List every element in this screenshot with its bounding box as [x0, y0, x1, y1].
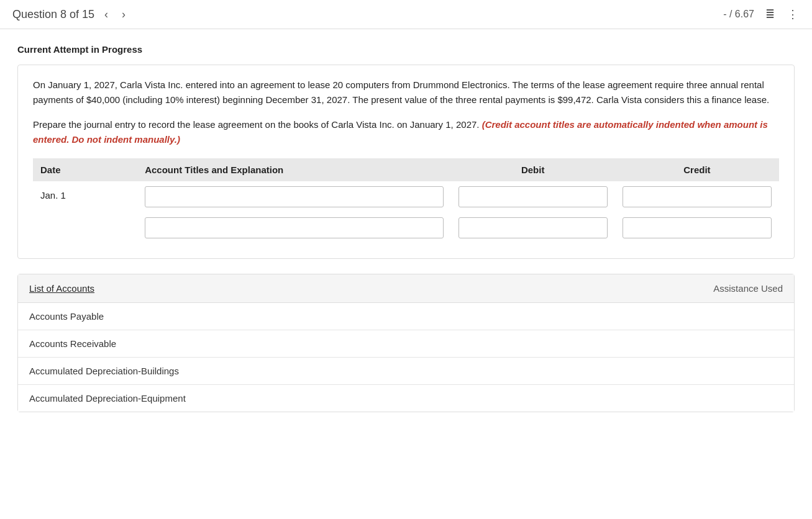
row2-account-cell [137, 212, 450, 243]
list-item[interactable]: Accumulated Depreciation-Buildings [18, 358, 794, 385]
list-item[interactable]: Accumulated Depreciation-Equipment [18, 385, 794, 412]
list-item[interactable]: Accounts Receivable [18, 330, 794, 358]
accounts-section: List of Accounts Assistance Used Account… [17, 274, 795, 412]
row2-debit-cell [451, 212, 615, 243]
row2-date [33, 212, 137, 243]
col-header-debit: Debit [451, 158, 615, 181]
main-content: Current Attempt in Progress On January 1… [0, 29, 812, 427]
more-options-button[interactable]: ⋮ [786, 6, 800, 22]
row1-account-cell [137, 181, 450, 212]
table-header-row: Date Account Titles and Explanation Debi… [33, 158, 779, 181]
more-icon: ⋮ [787, 8, 798, 20]
row1-debit-cell [451, 181, 615, 212]
row1-account-input[interactable] [145, 186, 443, 207]
row1-credit-input[interactable] [623, 186, 772, 207]
score-display: - / 6.67 [723, 9, 754, 20]
top-bar-right: - / 6.67 ≣ ⋮ [723, 6, 800, 22]
instruction-main: Prepare the journal entry to record the … [33, 117, 779, 147]
list-icon: ≣ [765, 8, 775, 20]
col-header-date: Date [33, 158, 137, 181]
top-bar-left: Question 8 of 15 ‹ › [12, 7, 129, 22]
col-header-account: Account Titles and Explanation [137, 158, 450, 181]
row2-debit-input[interactable] [458, 217, 608, 238]
table-row [33, 212, 779, 243]
assistance-text: Assistance Used [713, 283, 783, 294]
list-icon-button[interactable]: ≣ [764, 6, 776, 22]
row2-credit-cell [615, 212, 779, 243]
row1-date: Jan. 1 [33, 181, 137, 212]
list-item[interactable]: Accounts Payable [18, 303, 794, 330]
next-button[interactable]: › [118, 7, 129, 22]
instruction-main-text: Prepare the journal entry to record the … [33, 119, 480, 130]
row2-account-input[interactable] [145, 217, 443, 238]
row1-credit-cell [615, 181, 779, 212]
row2-credit-input[interactable] [623, 217, 772, 238]
journal-table: Date Account Titles and Explanation Debi… [33, 158, 779, 243]
question-box: On January 1, 2027, Carla Vista Inc. ent… [17, 65, 795, 259]
prev-button[interactable]: ‹ [101, 7, 112, 22]
col-header-credit: Credit [615, 158, 779, 181]
question-body: On January 1, 2027, Carla Vista Inc. ent… [33, 78, 779, 107]
top-bar: Question 8 of 15 ‹ › - / 6.67 ≣ ⋮ [0, 0, 812, 29]
accounts-header-title[interactable]: List of Accounts [29, 283, 94, 294]
table-row: Jan. 1 [33, 181, 779, 212]
accounts-list: Accounts Payable Accounts Receivable Acc… [18, 303, 794, 412]
accounts-header: List of Accounts Assistance Used [18, 274, 794, 303]
attempt-label: Current Attempt in Progress [17, 44, 795, 55]
question-label: Question 8 of 15 [12, 8, 94, 21]
row1-debit-input[interactable] [458, 186, 608, 207]
